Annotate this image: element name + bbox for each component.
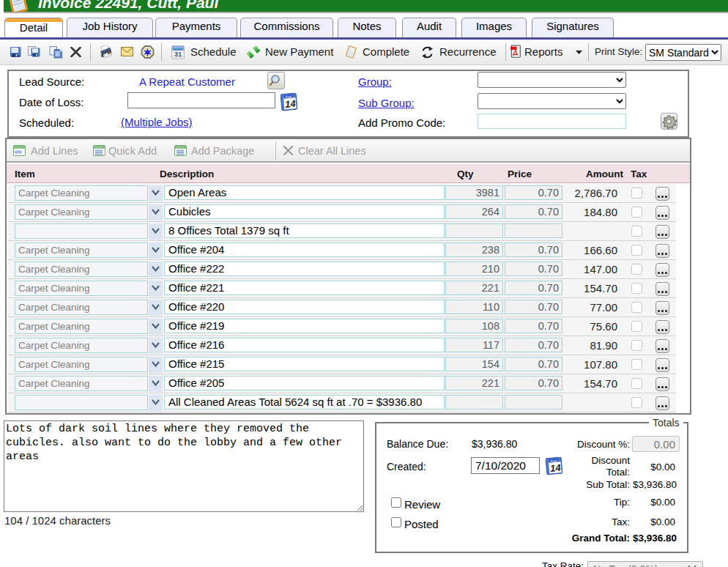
svg-text:14: 14 — [284, 98, 296, 110]
svg-text:31: 31 — [174, 50, 182, 58]
